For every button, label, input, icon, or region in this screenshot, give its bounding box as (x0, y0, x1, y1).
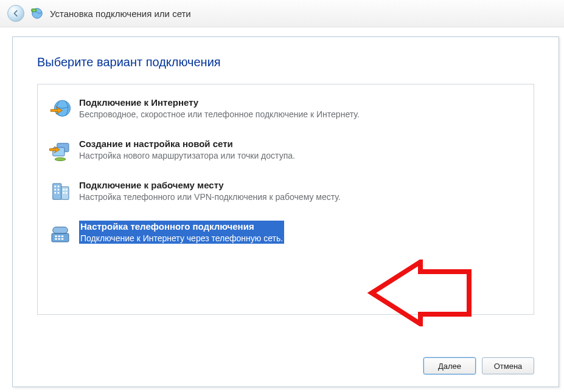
router-icon (47, 138, 73, 163)
back-button[interactable] (7, 5, 24, 22)
dialup-phone-icon (47, 221, 73, 246)
svg-rect-19 (53, 227, 68, 234)
svg-rect-15 (66, 189, 68, 191)
connection-options-list: Подключение к Интернету Беспроводное, ск… (37, 84, 534, 315)
network-globe-icon (30, 7, 44, 20)
globe-internet-icon (47, 97, 73, 122)
svg-rect-23 (55, 238, 57, 240)
svg-rect-12 (54, 192, 56, 194)
svg-point-5 (55, 157, 66, 160)
svg-rect-24 (58, 238, 61, 240)
svg-rect-9 (58, 186, 60, 188)
cancel-button[interactable]: Отмена (482, 357, 534, 374)
svg-rect-10 (54, 189, 56, 191)
svg-rect-7 (61, 187, 69, 199)
svg-rect-14 (63, 189, 64, 191)
wizard-footer: Далее Отмена (37, 346, 534, 374)
option-description: Настройка телефонного или VPN-подключени… (79, 191, 341, 202)
option-title: Настройка телефонного подключения (79, 221, 284, 233)
svg-rect-16 (63, 192, 64, 194)
svg-rect-11 (58, 189, 60, 191)
svg-rect-18 (52, 233, 69, 242)
option-connect-workplace[interactable]: Подключение к рабочему месту Настройка т… (44, 174, 527, 212)
window-title: Установка подключения или сети (50, 9, 191, 19)
page-heading: Выберите вариант подключения (37, 55, 534, 69)
option-text: Настройка телефонного подключения Подклю… (79, 221, 284, 244)
wizard-dialog: Выберите вариант подключения Подключение… (12, 36, 559, 387)
svg-rect-20 (55, 236, 57, 238)
svg-rect-8 (54, 186, 56, 188)
svg-rect-17 (66, 192, 68, 194)
option-title: Создание и настройка новой сети (79, 138, 295, 150)
option-text: Подключение к рабочему месту Настройка т… (79, 179, 341, 202)
option-title: Подключение к рабочему месту (79, 179, 341, 191)
workplace-icon (47, 179, 73, 205)
svg-rect-25 (61, 238, 64, 240)
option-text: Подключение к Интернету Беспроводное, ск… (79, 97, 360, 120)
option-text: Создание и настройка новой сети Настройк… (79, 138, 295, 161)
option-title: Подключение к Интернету (79, 97, 360, 109)
option-dialup-connection[interactable]: Настройка телефонного подключения Подклю… (44, 216, 527, 253)
option-description: Подключение к Интернету через телефонную… (79, 233, 284, 244)
option-description: Настройка нового маршрутизатора или точк… (79, 150, 295, 161)
svg-rect-6 (53, 184, 61, 199)
svg-rect-22 (61, 236, 64, 238)
arrow-left-icon (12, 9, 20, 18)
option-connect-to-internet[interactable]: Подключение к Интернету Беспроводное, ск… (44, 92, 527, 129)
svg-rect-21 (58, 236, 61, 238)
option-setup-new-network[interactable]: Создание и настройка новой сети Настройк… (44, 133, 527, 171)
next-button[interactable]: Далее (423, 357, 476, 374)
svg-rect-13 (58, 192, 60, 194)
option-description: Беспроводное, скоростное или телефонное … (79, 109, 360, 120)
wizard-header: Установка подключения или сети (0, 0, 564, 27)
